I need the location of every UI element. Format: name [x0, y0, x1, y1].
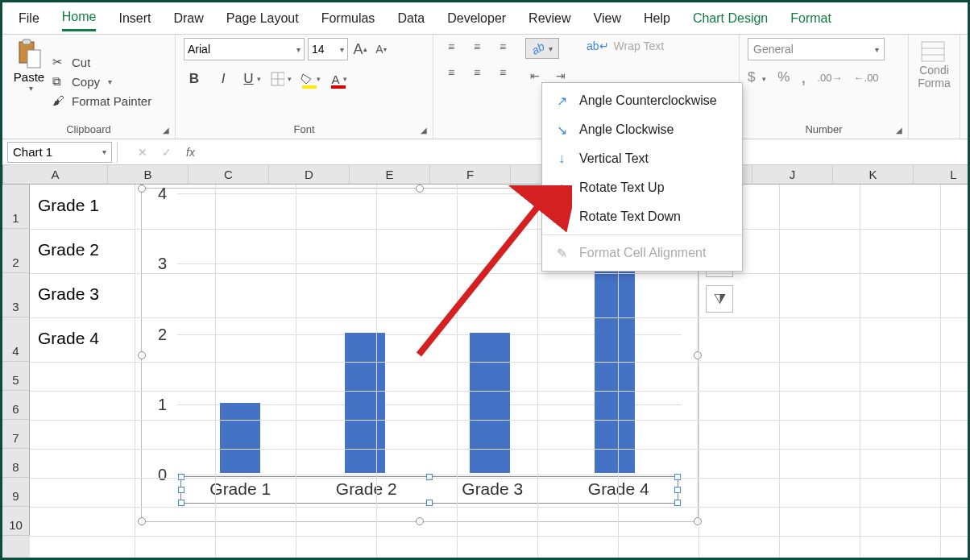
paste-dropdown[interactable]: ▾ [26, 84, 33, 93]
group-font-label: Font◢ [184, 122, 425, 139]
format-painter-button[interactable]: 🖌 Format Painter [52, 93, 151, 108]
worksheet[interactable]: 12345678910 Grade 1 Grade 2 Grade 3 Grad… [2, 185, 968, 560]
row-header-3[interactable]: 3 [2, 273, 30, 317]
column-header-C[interactable]: C [189, 165, 269, 184]
row-header-7[interactable]: 7 [2, 420, 30, 449]
column-header-B[interactable]: B [108, 165, 189, 184]
align-middle-button[interactable]: ≡ [467, 38, 487, 56]
number-format-select[interactable]: General▾ [748, 38, 885, 60]
cancel-formula-button[interactable]: ✕ [138, 146, 147, 159]
row-header-4[interactable]: 4 [2, 317, 30, 362]
comma-button[interactable]: , [801, 67, 806, 88]
cut-button[interactable]: ✂ Cut [52, 55, 151, 69]
funnel-icon: ⧩ [714, 291, 726, 308]
wrap-text-button[interactable]: ab↵ Wrap Text [587, 39, 682, 52]
chart-bar[interactable] [220, 403, 260, 473]
paste-label: Paste [14, 70, 44, 84]
enter-formula-button[interactable]: ✓ [162, 146, 172, 159]
column-header-J[interactable]: J [752, 165, 833, 184]
font-launcher[interactable]: ◢ [418, 126, 429, 137]
cell-a2[interactable]: Grade 2 [38, 240, 99, 259]
tab-help[interactable]: Help [644, 6, 670, 31]
cond-label1: Condi [919, 64, 949, 77]
font-color-button[interactable]: A▾ [329, 68, 350, 89]
paste-button[interactable]: Paste ▾ [10, 38, 48, 122]
underline-button[interactable]: U▾ [242, 68, 263, 89]
tab-page-layout[interactable]: Page Layout [226, 6, 299, 31]
menu-vertical-text[interactable]: ↓ Vertical Text [542, 144, 742, 173]
bold-button[interactable]: B [184, 68, 205, 89]
tab-home[interactable]: Home [62, 5, 97, 31]
italic-button[interactable]: I [213, 68, 234, 89]
tab-format[interactable]: Format [790, 6, 831, 31]
tab-insert[interactable]: Insert [118, 6, 151, 31]
group-clipboard: Paste ▾ ✂ Cut ⧉ Copy ▾ 🖌 Format Painter [2, 35, 176, 139]
menu-rotate-down[interactable]: ↓ Rotate Text Down [542, 202, 742, 231]
column-headers: ABCDEFJKL [2, 165, 968, 185]
tab-data[interactable]: Data [397, 6, 425, 31]
column-header-D[interactable]: D [269, 165, 350, 184]
tab-developer[interactable]: Developer [447, 6, 506, 31]
chart-y-tick: 4 [158, 185, 167, 203]
decrease-font-button[interactable]: A▾ [372, 38, 390, 60]
currency-button[interactable]: $ ▾ [748, 69, 766, 85]
tab-file[interactable]: File [19, 6, 39, 31]
group-styles: Condi Forma [909, 35, 960, 139]
clipboard-launcher[interactable]: ◢ [160, 126, 172, 137]
row-header-5[interactable]: 5 [2, 362, 30, 391]
cell-a3[interactable]: Grade 3 [38, 284, 99, 304]
rotate-up-icon: ↑ [553, 180, 570, 196]
font-size-select[interactable]: 14▾ [308, 38, 348, 60]
tab-chart-design[interactable]: Chart Design [693, 6, 768, 31]
row-header-6[interactable]: 6 [2, 391, 30, 420]
menu-angle-ccw[interactable]: ↗ Angle Counterclockwise [542, 86, 742, 115]
fill-color-button[interactable]: ▾ [300, 68, 321, 89]
cell-a4[interactable]: Grade 4 [38, 329, 99, 348]
fx-button[interactable]: fx [186, 146, 195, 159]
row-header-9[interactable]: 9 [2, 478, 30, 507]
align-top-button[interactable]: ≡ [441, 38, 461, 56]
column-header-A[interactable]: A [3, 165, 108, 184]
row-header-1[interactable]: 1 [2, 185, 30, 229]
tab-review[interactable]: Review [529, 6, 570, 31]
chart-bar[interactable] [470, 333, 510, 474]
align-right-button[interactable]: ≡ [493, 64, 512, 81]
cut-label: Cut [72, 56, 90, 69]
borders-button[interactable]: ▾ [271, 68, 292, 89]
increase-font-button[interactable]: A▴ [351, 38, 369, 60]
row-header-2[interactable]: 2 [2, 229, 30, 273]
copy-button[interactable]: ⧉ Copy ▾ [52, 74, 151, 89]
increase-decimal-button[interactable]: .00→ [817, 72, 842, 84]
column-header-K[interactable]: K [833, 165, 914, 184]
chart-bar[interactable] [595, 262, 635, 473]
decrease-decimal-button[interactable]: ←.00 [854, 72, 879, 84]
chart-filters-button[interactable]: ⧩ [706, 285, 733, 313]
number-launcher[interactable]: ◢ [893, 126, 905, 137]
column-header-L[interactable]: L [914, 165, 970, 184]
column-header-E[interactable]: E [350, 165, 430, 184]
tab-view[interactable]: View [594, 6, 621, 31]
tab-formulas[interactable]: Formulas [321, 6, 375, 31]
chart-axis-selection[interactable] [180, 476, 678, 504]
align-left-button[interactable]: ≡ [441, 64, 461, 81]
percent-button[interactable]: % [777, 69, 790, 85]
column-header-F[interactable]: F [430, 165, 511, 184]
tab-draw[interactable]: Draw [173, 6, 203, 31]
name-box[interactable]: Chart 1▾ [7, 142, 112, 163]
ribbon-tabs: File Home Insert Draw Page Layout Formul… [2, 2, 968, 35]
chart-bar[interactable] [345, 333, 385, 474]
rotate-down-icon: ↓ [553, 209, 570, 225]
orientation-button[interactable]: ab ▾ [525, 38, 559, 59]
row-header-10[interactable]: 10 [2, 507, 30, 536]
align-bottom-button[interactable]: ≡ [493, 38, 512, 56]
cell-a1[interactable]: Grade 1 [38, 196, 99, 215]
menu-rotate-up[interactable]: ↑ Rotate Text Up [542, 173, 742, 202]
conditional-formatting-button[interactable]: Condi Forma [917, 38, 951, 89]
font-name-select[interactable]: Arial▾ [184, 38, 305, 60]
row-header-8[interactable]: 8 [2, 449, 30, 478]
chart-y-tick: 2 [158, 325, 167, 343]
menu-angle-cw[interactable]: ↘ Angle Clockwise [542, 115, 742, 144]
align-center-button[interactable]: ≡ [467, 64, 487, 81]
brush-icon: 🖌 [52, 93, 67, 108]
copy-dropdown[interactable]: ▾ [105, 77, 112, 86]
